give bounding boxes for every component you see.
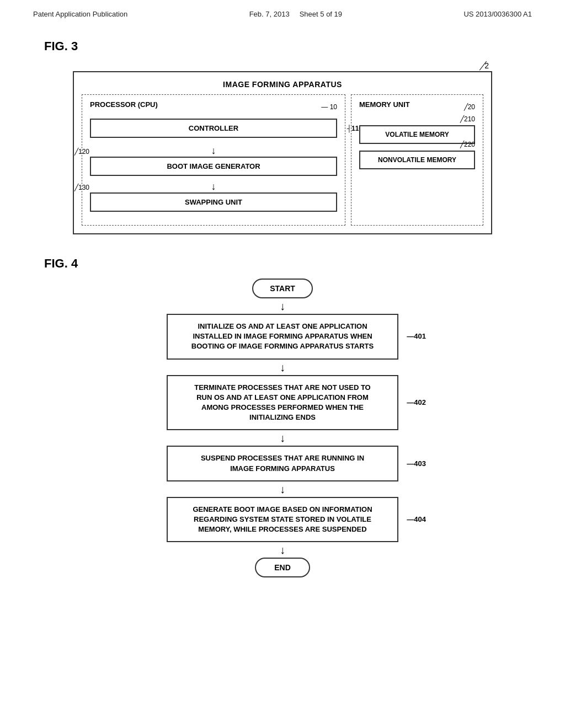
fig3-processor-label: PROCESSOR (CPU)	[90, 100, 158, 109]
flow-ref-401: —401	[407, 331, 426, 341]
fig3-memory-box: MEMORY UNIT ╱20 ╱210 VOLATILE MEMORY ╱22…	[351, 94, 483, 226]
flow-step-404: GENERATE BOOT IMAGE BASED ON INFORMATION…	[167, 497, 398, 543]
fig3-volatile-block: VOLATILE MEMORY	[359, 125, 475, 144]
fig3-ref-120: ╱120	[74, 148, 89, 156]
fig3-ref-210: ╱210	[460, 115, 475, 123]
flow-step-402-text: TERMINATE PROCESSES THAT ARE NOT USED TO…	[194, 383, 370, 422]
fig3-controller-block: CONTROLLER ┤110	[90, 119, 337, 138]
flow-arrow-1: ↓	[280, 362, 285, 373]
fig4-label: FIG. 4	[44, 256, 521, 271]
flow-arrow-4: ↓	[280, 544, 285, 555]
fig4-flowchart: START ↓ INITIALIZE OS AND AT LEAST ONE A…	[44, 279, 521, 577]
fig3-ref-10: — 10	[321, 103, 337, 111]
flow-end: END	[255, 558, 310, 577]
header-sheet: Sheet 5 of 19	[300, 10, 342, 18]
flow-step-403: SUSPEND PROCESSES THAT ARE RUNNING INIMA…	[167, 446, 398, 481]
flow-ref-404: —404	[407, 515, 426, 524]
arrow-down-2: ↓	[90, 181, 337, 191]
fig3-diagram: ╱2 IMAGE FORMING APPARATUS PROCESSOR (CP…	[73, 61, 492, 234]
page-content: FIG. 3 ╱2 IMAGE FORMING APPARATUS PROCES…	[0, 24, 565, 599]
fig3-ref-20: ╱20	[464, 103, 475, 111]
header-publication: Patent Application Publication	[33, 10, 127, 18]
fig3-boot-block: BOOT IMAGE GENERATOR	[90, 157, 337, 176]
flow-step-401-text: INITIALIZE OS AND AT LEAST ONE APPLICATI…	[191, 322, 374, 350]
flow-ref-403: —403	[407, 458, 426, 468]
fig3-swapping-block: SWAPPING UNIT	[90, 192, 337, 212]
flow-ref-402: —402	[407, 398, 426, 408]
flow-start: START	[252, 279, 313, 298]
fig3-processor-box: PROCESSOR (CPU) — 10 CONTROLLER ┤110 ↓	[82, 94, 345, 226]
fig3-label: FIG. 3	[44, 39, 521, 53]
header-date-sheet: Feb. 7, 2013 Sheet 5 of 19	[249, 10, 342, 18]
flow-step-404-text: GENERATE BOOT IMAGE BASED ON INFORMATION…	[193, 505, 372, 533]
header-patent-number: US 2013/0036300 A1	[463, 10, 532, 18]
flow-arrow-2: ↓	[280, 432, 285, 443]
flow-step-402: TERMINATE PROCESSES THAT ARE NOT USED TO…	[167, 375, 398, 431]
fig3-nonvolatile-block: NONVOLATILE MEMORY	[359, 151, 475, 169]
fig3-ref-220: ╱220	[460, 141, 475, 148]
flow-step-403-text: SUSPEND PROCESSES THAT ARE RUNNING INIMA…	[201, 454, 364, 472]
fig3-ref-outer: ╱2	[73, 61, 489, 70]
arrow-down-1: ↓	[90, 146, 337, 156]
fig3-outer-box: IMAGE FORMING APPARATUS PROCESSOR (CPU) …	[73, 71, 492, 234]
flow-step-401: INITIALIZE OS AND AT LEAST ONE APPLICATI…	[167, 314, 398, 360]
fig3-outer-label: IMAGE FORMING APPARATUS	[82, 80, 483, 89]
page-header: Patent Application Publication Feb. 7, 2…	[0, 0, 565, 24]
fig3-ref-130: ╱130	[74, 184, 89, 191]
fig3-inner-row: PROCESSOR (CPU) — 10 CONTROLLER ┤110 ↓	[82, 94, 483, 226]
flow-arrow-0: ↓	[280, 301, 285, 312]
header-date: Feb. 7, 2013	[249, 10, 290, 18]
flow-arrow-3: ↓	[280, 484, 285, 495]
fig3-memory-label: MEMORY UNIT	[359, 100, 410, 109]
